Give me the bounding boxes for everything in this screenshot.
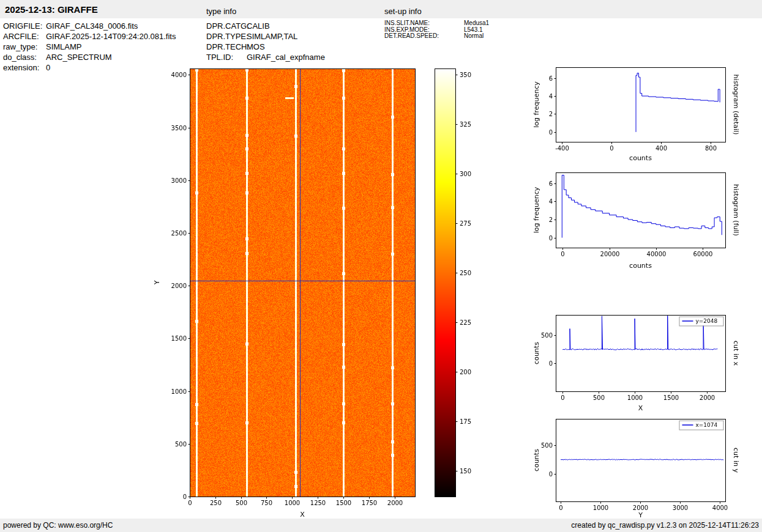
meta-value: Normal <box>464 32 484 39</box>
page-title: 2025-12-13: GIRAFFE <box>5 4 98 15</box>
meta-row-arcfile: ARCFILE:GIRAF.2025-12-14T09:24:20.081.fi… <box>3 31 176 42</box>
colorbar-canvas <box>428 61 487 527</box>
raw-image-canvas <box>153 61 428 527</box>
meta-label: extension: <box>3 62 46 73</box>
meta-row-read-speed: DET.READ.SPEED:Normal <box>384 33 489 40</box>
meta-label: raw_type: <box>3 42 46 52</box>
cut-in-x-canvas <box>532 309 744 422</box>
setup-info-block: INS.SLIT.NAME:Medusa1 INS.EXP.MODE:L543.… <box>384 20 489 40</box>
meta-value: GIRAF.2025-12-14T09:24:20.081.fits <box>46 32 176 41</box>
meta-label: ORIGFILE: <box>3 21 46 31</box>
cut-in-y-canvas <box>532 413 744 526</box>
meta-value: GIRAF_cal_expfname <box>247 53 325 62</box>
meta-row-dpr-tech: DPR.TECH:MOS <box>206 42 325 52</box>
meta-row-origfile: ORIGFILE:GIRAF_CAL348_0006.fits <box>3 21 176 31</box>
meta-value: SIMLAMP <box>46 42 82 51</box>
type-info-block: DPR.CATG:CALIB DPR.TYPE:SIMLAMP,TAL DPR.… <box>206 21 325 62</box>
meta-value: 0 <box>46 63 50 72</box>
header-bar: 2025-12-13: GIRAFFE type info set-up inf… <box>0 0 762 18</box>
meta-label: INS.SLIT.NAME: <box>384 20 464 27</box>
meta-label: DPR.TECH: <box>206 42 247 52</box>
footer-bar: powered by QC: www.eso.org/HC created by… <box>0 519 762 532</box>
meta-label: ARCFILE: <box>3 31 46 42</box>
meta-value: MOS <box>247 42 265 51</box>
meta-row-dpr-type: DPR.TYPE:SIMLAMP,TAL <box>206 31 325 42</box>
meta-row-dpr-catg: DPR.CATG:CALIB <box>206 21 325 31</box>
meta-row-extension: extension:0 <box>3 62 176 73</box>
footer-powered-by: powered by QC: www.eso.org/HC <box>3 519 113 532</box>
meta-row-do-class: do_class:ARC_SPECTRUM <box>3 52 176 62</box>
meta-label: DPR.TYPE: <box>206 31 247 42</box>
meta-value: Medusa1 <box>464 20 489 26</box>
meta-label: DET.READ.SPEED: <box>384 33 464 40</box>
setup-info-heading: set-up info <box>384 7 422 16</box>
meta-value: ARC_SPECTRUM <box>46 53 112 62</box>
meta-value: CALIB <box>247 21 270 31</box>
meta-value: SIMLAMP,TAL <box>247 32 297 41</box>
file-metadata-block: ORIGFILE:GIRAF_CAL348_0006.fits ARCFILE:… <box>3 21 176 73</box>
meta-row-raw-type: raw_type:SIMLAMP <box>3 42 176 52</box>
histogram-detail-canvas <box>532 61 744 171</box>
footer-created-by: created by qc_rawdisp.py v1.2.3 on 2025-… <box>571 519 759 532</box>
type-info-heading: type info <box>206 7 236 16</box>
meta-value: L543.1 <box>464 26 483 33</box>
meta-value: GIRAF_CAL348_0006.fits <box>46 21 138 31</box>
histogram-full-canvas <box>532 166 744 276</box>
meta-label: DPR.CATG: <box>206 21 247 31</box>
meta-label: do_class: <box>3 52 46 62</box>
